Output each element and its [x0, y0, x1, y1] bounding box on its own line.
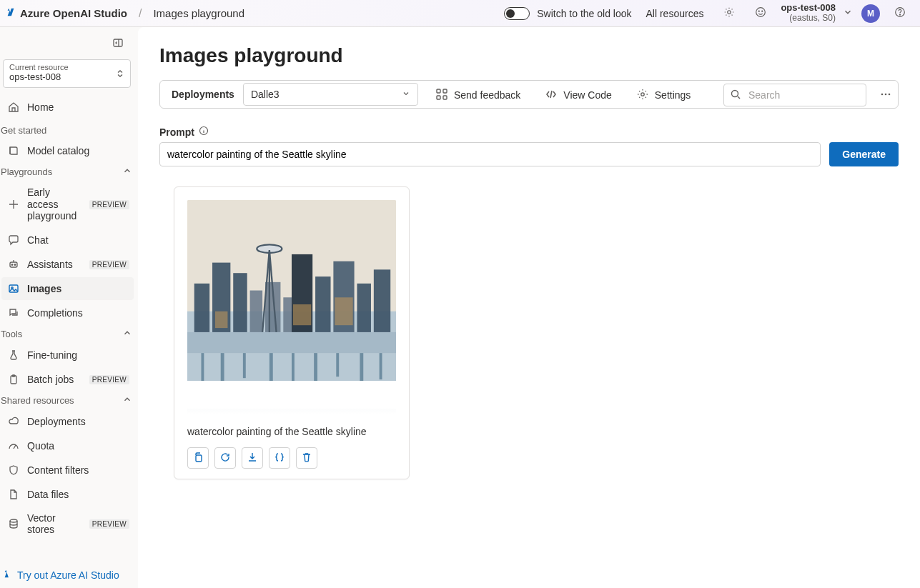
results-gallery: watercolor painting of the Seattle skyli…	[159, 186, 899, 479]
nav-group-label: Shared resources	[1, 395, 74, 406]
svg-point-19	[641, 92, 644, 95]
brand-title: Azure OpenAI Studio	[20, 7, 127, 19]
view-code-button[interactable]: View Code	[538, 84, 618, 106]
nav-quota[interactable]: Quota	[1, 434, 134, 457]
delete-button[interactable]	[296, 447, 317, 469]
svg-rect-42	[215, 312, 228, 328]
result-caption: watercolor painting of the Seattle skyli…	[187, 426, 396, 437]
image-icon	[7, 282, 20, 295]
cloud-icon	[7, 415, 20, 428]
preview-badge: PREVIEW	[89, 375, 129, 384]
generate-button[interactable]: Generate	[829, 142, 899, 166]
more-actions-button[interactable]	[876, 84, 895, 106]
svg-rect-7	[10, 262, 17, 267]
help-button[interactable]	[889, 2, 911, 25]
resource-picker-label: Current resource	[9, 64, 124, 71]
nav-datafiles[interactable]: Data files	[1, 483, 134, 506]
deployment-value: Dalle3	[251, 89, 280, 100]
braces-icon	[274, 452, 285, 465]
nav-label: Model catalog	[27, 145, 89, 156]
download-icon	[247, 452, 258, 465]
resource-picker[interactable]: Current resource ops-test-008	[3, 59, 131, 88]
preview-badge: PREVIEW	[89, 260, 129, 269]
search-input-wrapper[interactable]	[723, 84, 866, 106]
account-switcher[interactable]: ops-test-008 (eastus, S0)	[781, 3, 853, 24]
copy-icon	[192, 452, 204, 465]
help-icon	[894, 6, 906, 21]
nav-assistants[interactable]: Assistants PREVIEW	[1, 253, 134, 276]
svg-point-21	[881, 93, 884, 95]
switch-old-look[interactable]: Switch to the old look	[504, 7, 631, 20]
database-icon	[7, 517, 20, 530]
svg-point-22	[885, 93, 887, 95]
nav-home[interactable]: Home	[1, 96, 134, 119]
nav-group-get-started[interactable]: Get started	[0, 122, 138, 139]
refresh-icon	[219, 452, 231, 465]
prompt-section: Prompt Generate	[159, 126, 899, 166]
all-resources-link[interactable]: All resources	[640, 8, 710, 19]
svg-point-2	[759, 11, 760, 11]
nav-label: Early access playground	[27, 186, 82, 222]
regenerate-button[interactable]	[214, 447, 236, 469]
nav-images[interactable]: Images	[1, 277, 134, 300]
nav-batchjobs[interactable]: Batch jobs PREVIEW	[1, 368, 134, 391]
search-input[interactable]	[747, 89, 875, 101]
nav-group-label: Get started	[1, 125, 46, 136]
book-icon	[7, 144, 20, 157]
nav-group-playgrounds[interactable]: Playgrounds	[0, 163, 138, 181]
svg-rect-35	[250, 291, 263, 332]
svg-rect-46	[243, 353, 246, 378]
nav-group-label: Tools	[1, 329, 22, 339]
nav-label: Vector stores	[27, 512, 82, 535]
nav-completions[interactable]: Completions	[1, 302, 134, 324]
info-icon[interactable]	[199, 126, 209, 138]
trash-icon	[301, 452, 312, 465]
nav-group-shared[interactable]: Shared resources	[0, 392, 138, 409]
search-icon	[730, 89, 741, 102]
chevron-down-icon	[843, 7, 853, 19]
json-button[interactable]	[269, 447, 290, 469]
prompt-input[interactable]	[159, 142, 821, 166]
prompt-label: Prompt	[159, 126, 194, 138]
button-label: Send feedback	[454, 89, 520, 101]
send-feedback-button[interactable]: Send feedback	[428, 84, 528, 106]
nav-label: Content filters	[27, 464, 89, 476]
nav-vectorstores[interactable]: Vector stores PREVIEW	[1, 507, 134, 540]
settings-gear-button[interactable]	[718, 2, 741, 25]
nav-group-tools[interactable]: Tools	[0, 325, 138, 343]
feedback-smile-button[interactable]	[749, 2, 772, 25]
nav-contentfilters[interactable]: Content filters	[1, 459, 134, 482]
smile-icon	[754, 6, 767, 21]
svg-rect-31	[315, 276, 330, 332]
user-avatar[interactable]: M	[861, 4, 880, 23]
svg-rect-6	[114, 39, 122, 46]
svg-point-1	[756, 8, 766, 17]
svg-point-14	[10, 519, 17, 522]
deployment-select[interactable]: Dalle3	[243, 83, 418, 106]
switch-label: Switch to the old look	[537, 8, 631, 19]
page-title: Images playground	[159, 44, 899, 67]
brand-home-link[interactable]: Azure OpenAI Studio	[6, 7, 127, 19]
nav-finetuning[interactable]: Fine-tuning	[1, 344, 134, 367]
try-ai-studio-link[interactable]: Try out Azure AI Studio	[3, 569, 119, 581]
breadcrumb-current: Images playground	[153, 7, 244, 19]
copy-button[interactable]	[187, 447, 209, 469]
chevron-down-icon	[402, 89, 410, 100]
svg-rect-33	[357, 284, 370, 332]
nav-chat[interactable]: Chat	[1, 229, 134, 251]
preview-badge: PREVIEW	[89, 519, 129, 529]
nav-model-catalog[interactable]: Model catalog	[1, 139, 134, 162]
svg-point-5	[899, 14, 900, 15]
download-button[interactable]	[242, 447, 263, 469]
svg-rect-34	[374, 269, 390, 332]
nav-deployments[interactable]: Deployments	[1, 410, 134, 433]
chevron-up-icon	[122, 394, 132, 407]
gauge-icon	[7, 439, 20, 452]
bot-icon	[7, 258, 20, 271]
collapse-sidebar-button[interactable]	[108, 33, 128, 55]
settings-button[interactable]: Settings	[629, 84, 698, 106]
nav-label: Batch jobs	[27, 374, 74, 385]
nav-early-access[interactable]: Early access playground PREVIEW	[1, 181, 134, 227]
sparkle-icon	[3, 569, 13, 581]
result-thumbnail[interactable]	[187, 200, 396, 414]
